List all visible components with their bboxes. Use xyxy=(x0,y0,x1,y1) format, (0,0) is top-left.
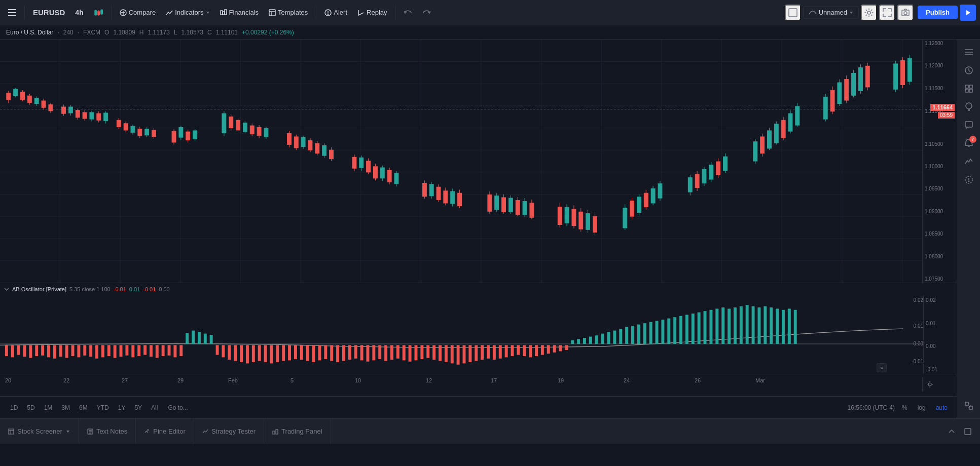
chat-button[interactable] xyxy=(960,116,977,134)
tab-trading-panel[interactable]: Trading Panel xyxy=(264,419,331,444)
svg-rect-365 xyxy=(746,305,749,344)
svg-rect-305 xyxy=(384,345,387,361)
svg-rect-139 xyxy=(380,168,384,178)
svg-rect-355 xyxy=(685,315,688,344)
svg-rect-358 xyxy=(704,311,707,344)
svg-rect-331 xyxy=(541,345,544,355)
time-labels-container: 20 22 27 29 Feb 5 10 12 17 19 24 26 Mar xyxy=(0,377,922,396)
timeframe-button[interactable]: 4h xyxy=(71,7,87,19)
svg-rect-297 xyxy=(336,345,339,362)
period-5d[interactable]: 5D xyxy=(23,403,39,413)
live-button[interactable] xyxy=(960,5,976,21)
svg-rect-183 xyxy=(623,208,627,228)
oscillator-v3: -0.01 xyxy=(143,286,156,292)
svg-rect-61 xyxy=(27,96,31,102)
time-label-17: 17 xyxy=(491,377,497,383)
svg-rect-278 xyxy=(222,345,225,357)
period-1y[interactable]: 1Y xyxy=(114,403,130,413)
main-chart[interactable] xyxy=(0,40,922,283)
svg-rect-242 xyxy=(5,345,8,356)
period-ytd[interactable]: YTD xyxy=(93,403,113,413)
menu-button[interactable] xyxy=(4,5,20,21)
fullscreen-button[interactable] xyxy=(879,5,895,21)
svg-rect-387 xyxy=(965,122,972,127)
signals-button[interactable] xyxy=(960,153,977,170)
chart-name-button[interactable]: Unnamed xyxy=(803,6,859,19)
svg-rect-73 xyxy=(76,110,80,118)
auto-toggle[interactable]: auto xyxy=(933,403,951,413)
compare-button[interactable]: Compare xyxy=(116,7,160,18)
chart-type-button[interactable] xyxy=(90,7,107,19)
chart-container[interactable]: 1.12500 1.12000 1.11500 1.11000 1.11664 … xyxy=(0,40,957,418)
data-window-button[interactable] xyxy=(960,80,977,97)
tab-strategy-tester[interactable]: Strategy Tester xyxy=(194,419,264,444)
svg-rect-296 xyxy=(330,345,333,361)
screenshot-button[interactable] xyxy=(897,5,914,21)
svg-rect-145 xyxy=(422,183,426,197)
svg-rect-405 xyxy=(273,431,275,434)
period-all[interactable]: All xyxy=(147,403,162,413)
period-1d[interactable]: 1D xyxy=(6,403,22,413)
svg-rect-157 xyxy=(488,195,492,212)
svg-rect-393 xyxy=(969,406,972,409)
svg-rect-363 xyxy=(734,307,737,344)
svg-rect-284 xyxy=(258,345,261,361)
tab-pine-editor[interactable]: Pine Editor xyxy=(136,419,194,444)
svg-rect-250 xyxy=(53,345,56,358)
svg-rect-370 xyxy=(776,308,779,344)
oscillator-chart[interactable]: » 0.02 0.01 0.00 -0.01 xyxy=(0,295,923,374)
notifications-button[interactable] xyxy=(960,171,977,188)
svg-rect-2 xyxy=(8,15,16,16)
financials-button[interactable]: Financials xyxy=(216,7,263,18)
oscillator-expand[interactable]: » xyxy=(877,363,887,372)
layout-button[interactable] xyxy=(785,5,801,21)
alerts-button[interactable]: 7 xyxy=(960,135,977,152)
period-5y[interactable]: 5Y xyxy=(130,403,146,413)
log-toggle[interactable]: log xyxy=(915,403,929,413)
price-level-2: 1.12000 xyxy=(925,63,955,68)
svg-rect-277 xyxy=(216,345,219,355)
svg-rect-203 xyxy=(716,162,720,175)
time-label-feb: Feb xyxy=(228,377,238,383)
replay-button[interactable]: Replay xyxy=(353,7,391,18)
svg-rect-199 xyxy=(702,169,706,183)
drawing-tools-button[interactable] xyxy=(960,397,977,414)
svg-rect-280 xyxy=(234,345,237,361)
ideas-button[interactable] xyxy=(960,98,977,115)
svg-rect-273 xyxy=(192,331,195,344)
undo-button[interactable] xyxy=(400,7,416,18)
tabs-expand-button[interactable] xyxy=(962,425,974,438)
indicators-button[interactable]: Indicators xyxy=(162,7,213,18)
price-level-6: 1.10000 xyxy=(925,164,955,169)
goto-button[interactable]: Go to... xyxy=(163,403,193,413)
oscillator-collapse[interactable] xyxy=(4,287,9,292)
svg-rect-327 xyxy=(517,345,520,355)
svg-rect-314 xyxy=(439,345,442,361)
redo-button[interactable] xyxy=(418,7,434,18)
svg-rect-115 xyxy=(264,129,268,137)
price-change: +0.00292 (+0.26%) xyxy=(242,29,294,36)
svg-rect-231 xyxy=(858,68,862,91)
settings-button[interactable] xyxy=(861,5,877,21)
tabs-collapse-button[interactable] xyxy=(946,425,958,438)
tab-text-notes[interactable]: Text Notes xyxy=(79,419,136,444)
period-1m[interactable]: 1M xyxy=(40,403,57,413)
period-6m[interactable]: 6M xyxy=(75,403,92,413)
templates-button[interactable]: Templates xyxy=(265,7,312,18)
alert-button[interactable]: Alert xyxy=(320,7,351,18)
time-settings-button[interactable] xyxy=(925,379,935,390)
period-3m[interactable]: 3M xyxy=(57,403,74,413)
oscillator-v2: 0.01 xyxy=(129,286,140,292)
svg-rect-357 xyxy=(698,313,701,344)
watchlist-button[interactable] xyxy=(960,44,977,61)
svg-rect-239 xyxy=(908,58,912,82)
publish-button[interactable]: Publish xyxy=(918,6,958,19)
ticker-button[interactable]: EURUSD xyxy=(29,6,69,19)
svg-rect-159 xyxy=(495,196,499,210)
tab-stock-screener[interactable]: Stock Screener xyxy=(0,419,79,444)
clock-button[interactable] xyxy=(960,62,977,79)
percent-toggle[interactable]: % xyxy=(899,403,911,413)
sep2 xyxy=(111,6,112,20)
svg-rect-233 xyxy=(865,66,869,87)
time-label-24: 24 xyxy=(624,377,630,383)
